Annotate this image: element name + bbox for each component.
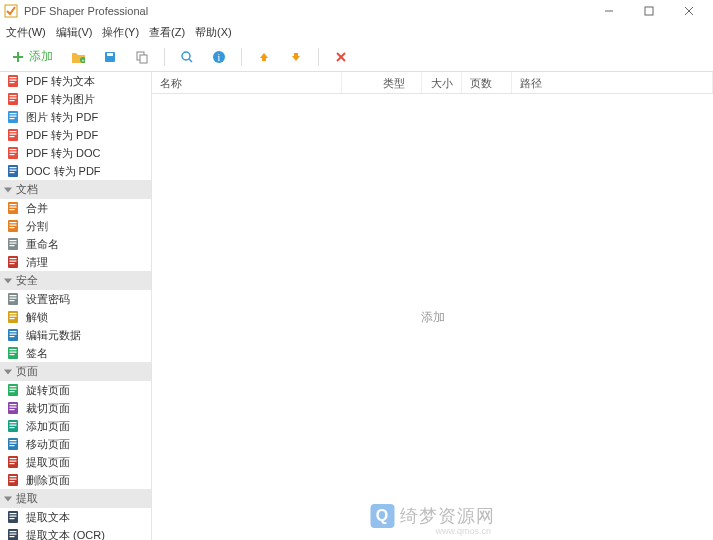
svg-rect-85 xyxy=(10,425,17,426)
close-button[interactable] xyxy=(669,0,709,22)
doc-blue-icon xyxy=(6,164,20,178)
sidebar-item[interactable]: 签名 xyxy=(0,344,151,362)
svg-rect-35 xyxy=(8,147,18,159)
lock-icon xyxy=(6,292,20,306)
sidebar-item[interactable]: 删除页面 xyxy=(0,471,151,489)
svg-rect-60 xyxy=(10,295,17,296)
sidebar[interactable]: PDF 转为文本PDF 转为图片图片 转为 PDFPDF 转为 PDFPDF 转… xyxy=(0,72,152,540)
svg-rect-52 xyxy=(10,240,17,241)
svg-rect-32 xyxy=(10,131,17,132)
sidebar-item[interactable]: PDF 转为图片 xyxy=(0,90,151,108)
svg-rect-99 xyxy=(8,511,18,523)
add-button[interactable]: 添加 xyxy=(6,45,58,68)
sidebar-item-label: 分割 xyxy=(26,219,48,234)
pdf-red-icon xyxy=(6,92,20,106)
watermark-text: 绮梦资源网 xyxy=(400,504,495,528)
group-header[interactable]: 提取 xyxy=(0,489,151,508)
col-pages[interactable]: 页数 xyxy=(462,72,512,93)
pdf-red-icon xyxy=(6,128,20,142)
svg-rect-59 xyxy=(8,293,18,305)
svg-rect-47 xyxy=(8,220,18,232)
sidebar-item[interactable]: 设置密码 xyxy=(0,290,151,308)
watermark-icon: Q xyxy=(370,504,394,528)
content-area: 名称 类型 大小 页数 路径 添加 Q 绮梦资源网 www.qmos.cn xyxy=(152,72,713,540)
sidebar-item-label: 重命名 xyxy=(26,237,59,252)
merge-icon xyxy=(6,201,20,215)
copy-button[interactable] xyxy=(130,47,154,67)
sidebar-item[interactable]: DOC 转为 PDF xyxy=(0,162,151,180)
sidebar-item-label: 合并 xyxy=(26,201,48,216)
menu-help[interactable]: 帮助(X) xyxy=(195,25,232,40)
crop-icon xyxy=(6,401,20,415)
save-button[interactable] xyxy=(98,47,122,67)
svg-rect-67 xyxy=(8,329,18,341)
key-icon xyxy=(6,310,20,324)
svg-rect-77 xyxy=(10,389,17,390)
folder-button[interactable]: + xyxy=(66,47,90,67)
svg-rect-38 xyxy=(10,154,15,155)
extractpage-icon xyxy=(6,455,20,469)
col-name[interactable]: 名称 xyxy=(152,72,342,93)
group-header[interactable]: 页面 xyxy=(0,362,151,381)
sidebar-item-label: 解锁 xyxy=(26,310,48,325)
sidebar-item[interactable]: 裁切页面 xyxy=(0,399,151,417)
info-icon: i xyxy=(212,50,226,64)
svg-rect-2 xyxy=(645,7,653,15)
sidebar-item[interactable]: PDF 转为 DOC xyxy=(0,144,151,162)
info-button[interactable]: i xyxy=(207,47,231,67)
sidebar-item-label: 旋转页面 xyxy=(26,383,70,398)
pdf-red-icon xyxy=(6,146,20,160)
sidebar-item[interactable]: 旋转页面 xyxy=(0,381,151,399)
svg-rect-29 xyxy=(10,116,17,117)
sidebar-item[interactable]: 提取文本 xyxy=(0,508,151,526)
col-type[interactable]: 类型 xyxy=(342,72,422,93)
svg-rect-91 xyxy=(8,456,18,468)
menu-file[interactable]: 文件(W) xyxy=(6,25,46,40)
svg-rect-53 xyxy=(10,243,17,244)
up-button[interactable] xyxy=(252,47,276,67)
sidebar-item[interactable]: 编辑元数据 xyxy=(0,326,151,344)
down-button[interactable] xyxy=(284,47,308,67)
minimize-button[interactable] xyxy=(589,0,629,22)
svg-rect-42 xyxy=(10,172,15,173)
sidebar-item[interactable]: 添加页面 xyxy=(0,417,151,435)
sidebar-item[interactable]: 提取页面 xyxy=(0,453,151,471)
sidebar-item[interactable]: 清理 xyxy=(0,253,151,271)
toolbar-sep-3 xyxy=(318,48,319,66)
sidebar-item[interactable]: 合并 xyxy=(0,199,151,217)
svg-rect-25 xyxy=(10,98,17,99)
col-path[interactable]: 路径 xyxy=(512,72,713,93)
copy-icon xyxy=(135,50,149,64)
menu-edit[interactable]: 编辑(V) xyxy=(56,25,93,40)
svg-rect-50 xyxy=(10,227,15,228)
x-icon xyxy=(334,50,348,64)
svg-rect-33 xyxy=(10,134,17,135)
sidebar-item[interactable]: 提取文本 (OCR) xyxy=(0,526,151,540)
list-header: 名称 类型 大小 页数 路径 xyxy=(152,72,713,94)
menu-action[interactable]: 操作(Y) xyxy=(102,25,139,40)
svg-rect-92 xyxy=(10,458,17,459)
svg-rect-104 xyxy=(10,531,17,532)
svg-rect-23 xyxy=(8,93,18,105)
sidebar-item[interactable]: PDF 转为 PDF xyxy=(0,126,151,144)
svg-rect-28 xyxy=(10,113,17,114)
search-button[interactable] xyxy=(175,47,199,67)
menu-view[interactable]: 查看(Z) xyxy=(149,25,185,40)
svg-rect-37 xyxy=(10,152,17,153)
sidebar-item[interactable]: 分割 xyxy=(0,217,151,235)
col-size[interactable]: 大小 xyxy=(422,72,462,93)
svg-rect-12 xyxy=(140,55,147,63)
sidebar-item[interactable]: PDF 转为文本 xyxy=(0,72,151,90)
sidebar-item[interactable]: 图片 转为 PDF xyxy=(0,108,151,126)
group-header[interactable]: 安全 xyxy=(0,271,151,290)
svg-rect-72 xyxy=(10,349,17,350)
svg-rect-87 xyxy=(8,438,18,450)
maximize-button[interactable] xyxy=(629,0,669,22)
remove-button[interactable] xyxy=(329,47,353,67)
svg-rect-49 xyxy=(10,225,17,226)
sidebar-item[interactable]: 解锁 xyxy=(0,308,151,326)
sidebar-item[interactable]: 重命名 xyxy=(0,235,151,253)
sidebar-item[interactable]: 移动页面 xyxy=(0,435,151,453)
list-body[interactable]: 添加 Q 绮梦资源网 www.qmos.cn xyxy=(152,94,713,540)
group-header[interactable]: 文档 xyxy=(0,180,151,199)
